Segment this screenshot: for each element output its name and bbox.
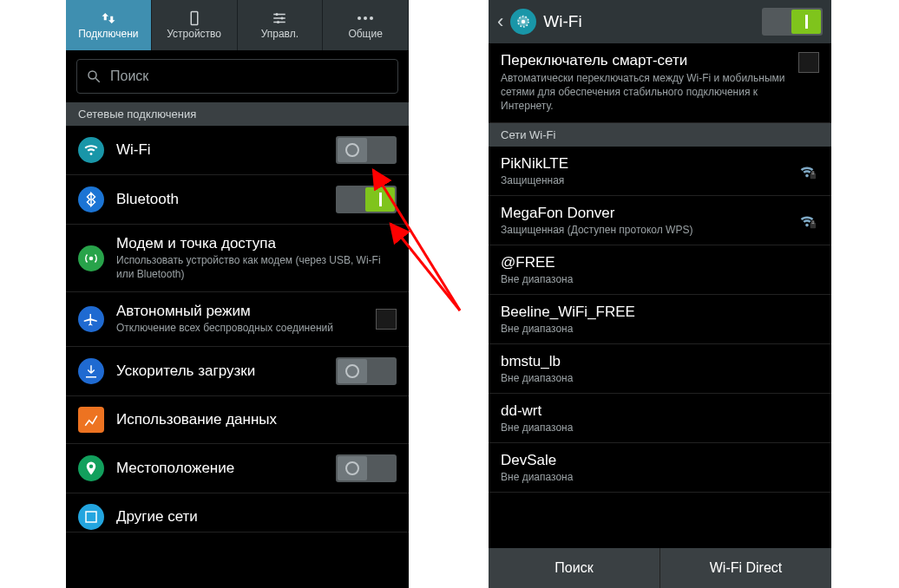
wifi-status: Вне диапазона [501, 471, 819, 483]
wifi-network-item[interactable]: @FREE Вне диапазона [489, 245, 831, 295]
smart-network-switch[interactable]: Переключатель смарт-сети Автоматически п… [489, 43, 831, 123]
footer: Поиск Wi-Fi Direct [489, 548, 831, 588]
item-airplane[interactable]: Автономный режим Отключение всех беспров… [66, 292, 409, 347]
wifi-name: DevSale [501, 452, 819, 469]
more-icon [356, 10, 375, 26]
svg-point-4 [89, 71, 96, 79]
item-location[interactable]: Местоположение [66, 444, 409, 493]
search-placeholder: Поиск [110, 69, 148, 84]
wifi-signal-icon [795, 161, 819, 180]
svg-rect-0 [191, 12, 198, 25]
wifi-status: Вне диапазона [501, 273, 819, 285]
bluetooth-toggle[interactable] [336, 186, 397, 213]
more-networks-icon [78, 504, 104, 530]
section-header: Сети Wi-Fi [489, 123, 831, 147]
search-input[interactable]: Поиск [76, 59, 398, 94]
tab-device[interactable]: Устройство [152, 0, 238, 50]
item-download-booster[interactable]: Ускоритель загрузки [66, 347, 409, 396]
tab-label: Общие [348, 28, 382, 40]
item-title: Использование данных [116, 411, 397, 428]
wifi-name: PikNikLTE [501, 155, 786, 173]
tab-label: Подключени [78, 28, 138, 40]
wifi-status: Защищенная (Доступен протокол WPS) [501, 224, 786, 236]
settings-gear-icon [510, 9, 536, 35]
tab-label: Управл. [261, 28, 299, 40]
smart-checkbox[interactable] [798, 52, 819, 73]
wifi-signal-icon [795, 211, 819, 230]
tab-label: Устройство [167, 28, 221, 40]
wifi-name: bmstu_lb [501, 353, 819, 370]
svg-point-6 [89, 256, 94, 260]
item-title: Wi-Fi [116, 141, 324, 159]
bluetooth-icon [78, 186, 104, 212]
search-wrap: Поиск [66, 50, 409, 102]
wifi-status: Вне диапазона [501, 323, 819, 335]
wifi-name: @FREE [501, 254, 819, 271]
location-icon [78, 455, 104, 481]
item-sub: Отключение всех беспроводных соединений [116, 322, 364, 336]
wifi-status: Вне диапазона [501, 421, 819, 434]
footer-search-button[interactable]: Поиск [489, 548, 660, 588]
back-button[interactable]: ‹ [497, 10, 503, 33]
wifi-network-item[interactable]: dd-wrt Вне диапазона [489, 394, 831, 443]
smart-title: Переключатель смарт-сети [501, 52, 790, 69]
header-title: Wi-Fi [543, 12, 755, 31]
svg-point-2 [281, 17, 284, 20]
wifi-name: dd-wrt [501, 402, 819, 420]
wifi-name: MegaFon Donver [501, 205, 786, 222]
wifi-screen: ‹ Wi-Fi Переключатель смарт-сети Автомат… [489, 0, 831, 588]
footer-wifidirect-button[interactable]: Wi-Fi Direct [660, 548, 831, 588]
wifi-toggle[interactable] [336, 136, 397, 164]
item-title: Модем и точка доступа [116, 235, 397, 252]
smart-sub: Автоматически переключаться между Wi-Fi … [501, 71, 790, 114]
wifi-network-item[interactable]: MegaFon Donver Защищенная (Доступен прот… [489, 196, 831, 245]
chart-icon [78, 407, 104, 433]
item-title: Ускоритель загрузки [116, 363, 324, 380]
svg-line-5 [95, 78, 100, 82]
airplane-checkbox[interactable] [376, 309, 397, 330]
tab-controls[interactable]: Управл. [238, 0, 324, 50]
tab-general[interactable]: Общие [323, 0, 409, 50]
item-tethering[interactable]: Модем и точка доступа Использовать устро… [66, 225, 409, 292]
wifi-network-item[interactable]: PikNikLTE Защищенная [489, 147, 831, 196]
item-title: Местоположение [116, 460, 324, 477]
svg-point-3 [277, 21, 279, 23]
wifi-status: Защищенная [501, 174, 786, 186]
device-icon [185, 10, 204, 26]
wifi-network-item[interactable]: DevSale Вне диапазона [489, 443, 831, 493]
settings-screen: Подключени Устройство Управл. Общие Поис… [66, 0, 409, 588]
item-bluetooth[interactable]: Bluetooth [66, 175, 409, 225]
svg-rect-11 [812, 171, 814, 173]
item-title: Другие сети [116, 508, 397, 526]
item-title: Bluetooth [116, 191, 324, 208]
download-icon [78, 358, 104, 384]
svg-point-1 [276, 13, 279, 16]
airplane-icon [78, 306, 104, 332]
svg-rect-7 [86, 512, 96, 522]
wifi-network-item[interactable]: bmstu_lb Вне диапазона [489, 344, 831, 394]
wifi-name: Beeline_WiFi_FREE [501, 304, 819, 321]
wifi-network-item[interactable]: Beeline_WiFi_FREE Вне диапазона [489, 295, 831, 344]
item-sub: Использовать устройство как модем (через… [116, 254, 397, 281]
booster-toggle[interactable] [336, 357, 397, 385]
section-header: Сетевые подключения [66, 102, 409, 126]
item-wifi[interactable]: Wi-Fi [66, 126, 409, 175]
sliders-icon [270, 10, 289, 26]
tabbar: Подключени Устройство Управл. Общие [66, 0, 409, 50]
tethering-icon [78, 245, 104, 271]
item-title: Автономный режим [116, 303, 364, 320]
tab-connections[interactable]: Подключени [66, 0, 152, 50]
wifi-master-toggle[interactable] [762, 8, 823, 36]
header: ‹ Wi-Fi [489, 0, 831, 43]
item-more-networks[interactable]: Другие сети [66, 493, 409, 532]
swap-icon [99, 10, 118, 26]
location-toggle[interactable] [336, 454, 397, 482]
wifi-icon [78, 137, 104, 163]
svg-rect-13 [812, 220, 814, 223]
wifi-status: Вне диапазона [501, 372, 819, 384]
search-icon [86, 69, 102, 84]
item-data-usage[interactable]: Использование данных [66, 396, 409, 444]
wifi-network-list: PikNikLTE Защищенная MegaFon Donver Защи… [489, 147, 831, 493]
